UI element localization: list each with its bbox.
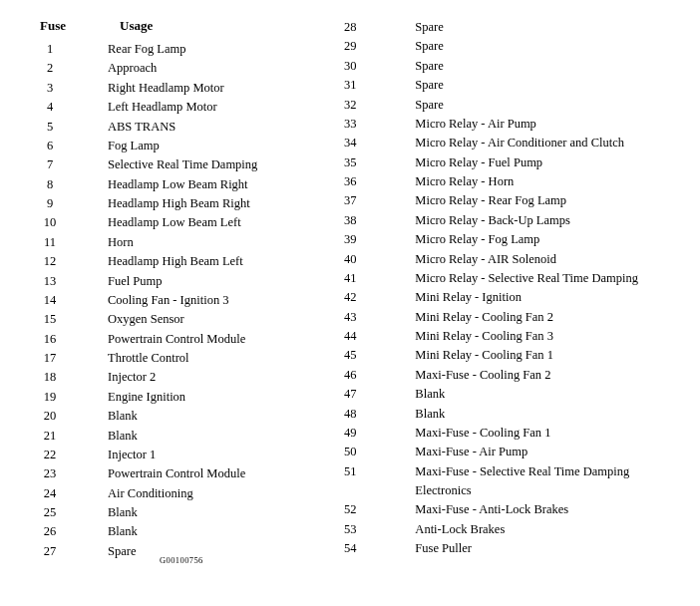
table-row: 23Powertrain Control Module [20, 464, 315, 483]
fuse-number: 47 [325, 385, 375, 404]
fuse-number: 16 [20, 330, 80, 349]
fuse-usage: Oxygen Sensor [80, 310, 315, 329]
table-row: 36Micro Relay - Horn [325, 172, 680, 191]
table-row: 20Blank [20, 407, 315, 426]
left-rows: 1Rear Fog Lamp2Approach3Right Headlamp M… [20, 40, 315, 561]
fuse-usage: Blank [375, 385, 680, 404]
table-row: 24Air Conditioning [20, 484, 315, 503]
fuse-number: 9 [20, 194, 80, 213]
table-row: 7Selective Real Time Damping [20, 155, 315, 174]
fuse-number: 7 [20, 155, 80, 174]
table-row: 50Maxi-Fuse - Air Pump [325, 443, 680, 461]
fuse-number: 30 [325, 57, 375, 76]
table-row: 26Blank [20, 522, 315, 541]
fuse-usage: Injector 2 [80, 368, 315, 387]
table-row: 33Micro Relay - Air Pump [325, 115, 680, 134]
fuse-number: 13 [20, 272, 80, 291]
fuse-usage: Throttle Control [80, 349, 315, 368]
fuse-usage: Headlamp Low Beam Left [80, 213, 315, 232]
table-row: 45Mini Relay - Cooling Fan 1 [325, 346, 680, 365]
fuse-number: 33 [325, 115, 375, 134]
fuse-usage: Approach [80, 59, 315, 78]
fuse-number: 39 [325, 230, 375, 249]
left-column: Fuse Usage 1Rear Fog Lamp2Approach3Right… [20, 18, 315, 561]
fuse-usage: Cooling Fan - Ignition 3 [80, 291, 315, 310]
table-row: 52Maxi-Fuse - Anti-Lock Brakes [325, 500, 680, 519]
fuse-usage: Selective Real Time Damping [80, 155, 315, 174]
fuse-usage: Micro Relay - Air Pump [375, 115, 680, 134]
right-column: 28Spare29Spare30Spare31Spare32Spare33Mic… [315, 18, 680, 561]
fuse-number: 18 [20, 368, 80, 387]
fuse-number: 5 [20, 118, 80, 137]
table-row: 35Micro Relay - Fuel Pump [325, 153, 680, 172]
fuse-number: 19 [20, 388, 80, 407]
fuse-number: 22 [20, 446, 80, 464]
fuse-usage: Maxi-Fuse - Cooling Fan 1 [375, 424, 680, 443]
fuse-usage: Left Headlamp Motor [80, 98, 315, 117]
table-row: 42Mini Relay - Ignition [325, 288, 680, 307]
fuse-usage: Horn [80, 233, 315, 252]
fuse-usage: Rear Fog Lamp [80, 40, 315, 59]
fuse-usage: Spare [375, 18, 680, 37]
table-header: Fuse Usage [20, 18, 315, 34]
table-row: 44Mini Relay - Cooling Fan 3 [325, 327, 680, 346]
fuse-usage: Micro Relay - Selective Real Time Dampin… [375, 269, 680, 288]
fuse-number: 49 [325, 424, 375, 443]
table-row: 18Injector 2 [20, 368, 315, 387]
fuse-usage: Engine Ignition [80, 388, 315, 407]
fuse-usage: Spare [375, 37, 680, 56]
table-row: 4Left Headlamp Motor [20, 98, 315, 117]
fuse-usage: Headlamp Low Beam Right [80, 175, 315, 194]
fuse-number: 38 [325, 211, 375, 230]
fuse-number: 12 [20, 252, 80, 271]
fuse-number: 40 [325, 250, 375, 269]
table-row: 48Blank [325, 405, 680, 424]
table-row: 9Headlamp High Beam Right [20, 194, 315, 213]
table-row: 25Blank [20, 503, 315, 522]
table-row: 46Maxi-Fuse - Cooling Fan 2 [325, 366, 680, 385]
table-row: 17Throttle Control [20, 349, 315, 368]
table-row: 38Micro Relay - Back-Up Lamps [325, 211, 680, 230]
fuse-usage: Headlamp High Beam Left [80, 252, 315, 271]
fuse-number: 32 [325, 96, 375, 115]
fuse-number: 20 [20, 407, 80, 426]
fuse-number: 11 [20, 233, 80, 252]
table-row: 11Horn [20, 233, 315, 252]
table-row: 1Rear Fog Lamp [20, 40, 315, 59]
fuse-usage: Anti-Lock Brakes [375, 520, 680, 539]
fuse-usage: Mini Relay - Cooling Fan 3 [375, 327, 680, 346]
table-row: 13Fuel Pump [20, 272, 315, 291]
fuse-number: 51 [325, 462, 375, 501]
fuse-usage: Spare [375, 57, 680, 76]
fuse-usage: Micro Relay - Horn [375, 172, 680, 191]
header-usage: Usage [120, 18, 153, 34]
fuse-number: 31 [325, 76, 375, 95]
fuse-usage: Blank [80, 427, 315, 446]
fuse-usage: Air Conditioning [80, 484, 315, 503]
table-row: 6Fog Lamp [20, 137, 315, 155]
fuse-number: 43 [325, 308, 375, 327]
table-row: 49Maxi-Fuse - Cooling Fan 1 [325, 424, 680, 443]
fuse-usage: Blank [80, 407, 315, 426]
fuse-number: 21 [20, 427, 80, 446]
fuse-number: 2 [20, 59, 80, 78]
fuse-table-page: Fuse Usage 1Rear Fog Lamp2Approach3Right… [0, 0, 700, 571]
fuse-number: 17 [20, 349, 80, 368]
table-row: 53Anti-Lock Brakes [325, 520, 680, 539]
fuse-usage: Injector 1 [80, 446, 315, 464]
table-row: 39Micro Relay - Fog Lamp [325, 230, 680, 249]
fuse-number: 28 [325, 18, 375, 37]
table-row: 12Headlamp High Beam Left [20, 252, 315, 271]
fuse-usage: Micro Relay - Fog Lamp [375, 230, 680, 249]
fuse-number: 23 [20, 464, 80, 483]
fuse-usage: Micro Relay - Air Conditioner and Clutch [375, 134, 680, 152]
table-row: 5ABS TRANS [20, 118, 315, 137]
fuse-number: 25 [20, 503, 80, 522]
table-row: 54Fuse Puller [325, 539, 680, 558]
table-row: 37Micro Relay - Rear Fog Lamp [325, 191, 680, 210]
table-row: 2Approach [20, 59, 315, 78]
table-row: 41Micro Relay - Selective Real Time Damp… [325, 269, 680, 288]
table-row: 14Cooling Fan - Ignition 3 [20, 291, 315, 310]
fuse-number: 15 [20, 310, 80, 329]
table-row: 22Injector 1 [20, 446, 315, 464]
